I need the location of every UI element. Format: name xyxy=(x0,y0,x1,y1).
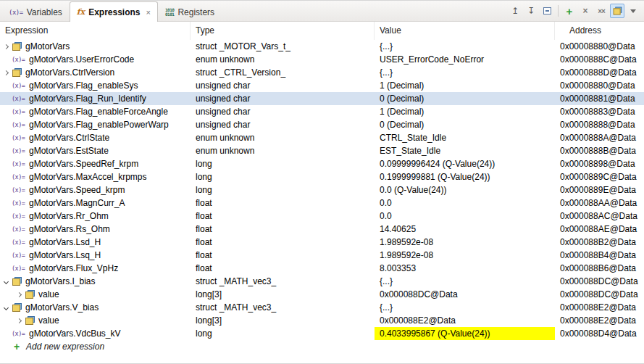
expression-row[interactable]: gMotorVars.CtrlVersionstruct _CTRL_Versi… xyxy=(0,66,644,79)
tab-expressions-label: Expressions xyxy=(88,7,140,17)
value-cell[interactable]: 0.09999996424 (Q-Value(24)) xyxy=(375,157,555,170)
expression-icon: (x)= xyxy=(12,183,29,197)
value-cell[interactable]: 0.0 xyxy=(375,197,555,210)
collapse-all-icon[interactable] xyxy=(540,4,554,18)
export-expressions-icon[interactable]: ↥ xyxy=(508,4,522,18)
type-cell: long[3] xyxy=(191,288,375,301)
value-cell[interactable]: EST_State_Idle xyxy=(375,144,555,157)
column-header-value[interactable]: Value xyxy=(375,22,555,40)
value-cell[interactable]: 0x000088E2@Data xyxy=(375,314,555,327)
expression-row[interactable]: (x)=gMotorVars.Flag_enablePowerWarpunsig… xyxy=(0,118,644,131)
expression-row[interactable]: (x)=gMotorVars.Flag_Run_Identifyunsigned… xyxy=(0,92,644,105)
expression-row[interactable]: (x)=gMotorVars.Lsd_Hfloat1.989592e-080x0… xyxy=(0,236,644,249)
tab-expressions[interactable]: fx Expressions × xyxy=(70,1,158,22)
view-toolbar: ↥ ↧ + × ×× xyxy=(508,4,640,18)
value-cell[interactable]: {...} xyxy=(375,66,555,79)
type-cell: unsigned char xyxy=(191,92,375,105)
expression-row[interactable]: (x)=gMotorVars.Lsq_Hfloat1.989592e-080x0… xyxy=(0,249,644,262)
expression-name: gMotorVars.EstState xyxy=(29,144,109,157)
expression-name: gMotorVars.MagnCurr_A xyxy=(29,197,125,210)
expression-icon: (x)= xyxy=(12,262,29,275)
type-cell: float xyxy=(191,249,375,262)
type-cell: long xyxy=(191,170,375,183)
expression-icon: (x)= xyxy=(12,53,29,66)
number-format-icon[interactable] xyxy=(610,4,624,18)
expression-cell: (x)=gMotorVars.MaxAccel_krpmps xyxy=(0,170,191,183)
close-tab-icon[interactable]: × xyxy=(146,8,151,17)
type-cell: long xyxy=(191,183,375,197)
expression-row[interactable]: gMotorVars.V_biasstruct _MATH_vec3_{...}… xyxy=(0,301,644,314)
value-cell[interactable]: CTRL_State_Idle xyxy=(375,131,555,144)
expression-row[interactable]: (x)=gMotorVars.Rr_Ohmfloat0.00x000088AC@… xyxy=(0,210,644,223)
value-cell[interactable]: 0.4033995867 (Q-Value(24)) xyxy=(375,327,555,340)
import-expressions-icon[interactable]: ↧ xyxy=(524,4,538,18)
column-header-address[interactable]: Address xyxy=(555,22,644,40)
value-cell[interactable]: 0 (Decimal) xyxy=(375,118,555,131)
expand-toggle[interactable] xyxy=(0,301,12,314)
value-cell[interactable]: 0.0 (Q-Value(24)) xyxy=(375,183,555,197)
value-cell[interactable]: 1 (Decimal) xyxy=(375,79,555,92)
expression-row[interactable]: (x)=gMotorVars.SpeedRef_krpmlong0.099999… xyxy=(0,157,644,170)
expression-row[interactable]: (x)=gMotorVars.Flux_VpHzfloat8.0033530x0… xyxy=(0,262,644,275)
expression-name: gMotorVars.I_bias xyxy=(25,275,96,288)
expression-row[interactable]: gMotorVars.I_biasstruct _MATH_vec3_{...}… xyxy=(0,275,644,288)
value-cell[interactable]: {...} xyxy=(375,301,555,314)
expand-toggle[interactable] xyxy=(13,314,25,327)
value-cell[interactable]: 14.40625 xyxy=(375,223,555,236)
expression-cell: (x)=gMotorVars.Flag_enableSys xyxy=(0,79,191,92)
value-cell[interactable]: 1.989592e-08 xyxy=(375,236,555,249)
add-expression-icon: + xyxy=(12,342,22,352)
expand-toggle[interactable] xyxy=(13,288,25,301)
twisty-spacer xyxy=(0,236,12,249)
expand-toggle[interactable] xyxy=(0,275,12,288)
expression-row[interactable]: gMotorVarsstruct _MOTOR_Vars_t_{...}0x00… xyxy=(0,40,644,53)
tab-registers[interactable]: 1010 0101 Registers xyxy=(158,2,222,21)
expression-row[interactable]: (x)=gMotorVars.CtrlStateenum unknownCTRL… xyxy=(0,131,644,144)
expression-row[interactable]: (x)=gMotorVars.MagnCurr_Afloat0.00x00008… xyxy=(0,197,644,210)
expression-row[interactable]: (x)=gMotorVars.Speed_krpmlong0.0 (Q-Valu… xyxy=(0,183,644,197)
address-cell: 0x00008880@Data xyxy=(555,40,644,53)
value-cell[interactable]: 0.1999999881 (Q-Value(24)) xyxy=(375,170,555,183)
address-cell: 0x0000889C@Data xyxy=(555,170,644,183)
registers-tab-icon: 1010 0101 xyxy=(165,8,174,17)
twisty-spacer xyxy=(0,118,12,131)
twisty-spacer xyxy=(0,170,12,183)
remove-all-expressions-icon[interactable]: ×× xyxy=(594,4,609,18)
value-cell[interactable]: {...} xyxy=(375,40,555,53)
expression-row[interactable]: (x)=gMotorVars.EstStateenum unknownEST_S… xyxy=(0,144,644,157)
column-header-type[interactable]: Type xyxy=(191,22,375,40)
expression-row[interactable]: (x)=gMotorVars.Flag_enableForceAngleunsi… xyxy=(0,105,644,118)
value-cell[interactable]: {...} xyxy=(375,275,555,288)
expand-toggle[interactable] xyxy=(0,66,12,79)
expression-icon: (x)= xyxy=(12,105,29,118)
value-cell[interactable]: USER_ErrorCode_NoError xyxy=(375,53,555,66)
expression-row[interactable]: (x)=gMotorVars.UserErrorCodeenum unknown… xyxy=(0,53,644,66)
expression-row[interactable]: valuelong[3]0x000088E2@Data0x000088E2@Da… xyxy=(0,314,644,327)
new-expression-icon[interactable]: + xyxy=(562,4,577,18)
expression-row[interactable]: (x)=gMotorVars.MaxAccel_krpmpslong0.1999… xyxy=(0,170,644,183)
value-cell[interactable]: 1 (Decimal) xyxy=(375,105,555,118)
tab-variables[interactable]: (x)= Variables xyxy=(1,2,70,21)
type-cell: enum unknown xyxy=(191,53,375,66)
twisty-spacer xyxy=(0,327,12,340)
column-header-expression[interactable]: Expression xyxy=(0,22,191,40)
remove-expression-icon[interactable]: × xyxy=(578,4,593,18)
expand-toggle[interactable] xyxy=(0,40,12,53)
expression-row[interactable]: valuelong[3]0x000088DC@Data0x000088DC@Da… xyxy=(0,288,644,301)
value-cell[interactable]: 0.0 xyxy=(375,210,555,223)
value-cell[interactable]: 8.003353 xyxy=(375,262,555,275)
expression-name: gMotorVars.UserErrorCode xyxy=(29,53,134,66)
value-cell[interactable]: 0 (Decimal) xyxy=(375,92,555,105)
expression-name: gMotorVars.VdcBus_kV xyxy=(29,327,121,340)
view-menu-icon[interactable] xyxy=(626,4,640,18)
address-cell: 0x0000888A@Data xyxy=(555,131,644,144)
expression-row[interactable]: (x)=gMotorVars.Flag_enableSysunsigned ch… xyxy=(0,79,644,92)
expression-row[interactable]: (x)=gMotorVars.Rs_Ohmfloat14.406250x0000… xyxy=(0,223,644,236)
add-expression-row[interactable]: + Add new expression xyxy=(0,340,644,353)
add-expression-label: Add new expression xyxy=(26,342,104,352)
value-cell[interactable]: 0x000088DC@Data xyxy=(375,288,555,301)
chevron-down-icon xyxy=(3,278,8,284)
value-cell[interactable]: 1.989592e-08 xyxy=(375,249,555,262)
expression-name: gMotorVars.Rs_Ohm xyxy=(29,223,110,236)
expression-row[interactable]: (x)=gMotorVars.VdcBus_kVlong0.4033995867… xyxy=(0,327,644,340)
